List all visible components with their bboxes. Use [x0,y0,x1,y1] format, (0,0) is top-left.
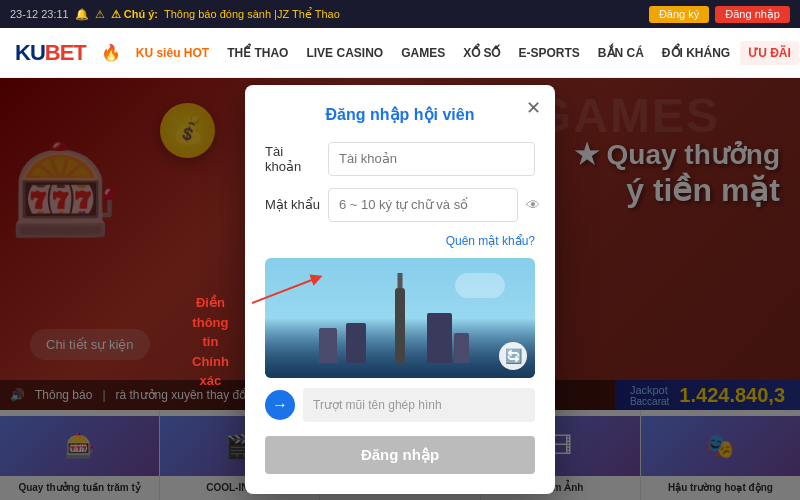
nav-items: KU siêu HOT THỂ THAO LIVE CASINO GAMES X… [128,41,800,65]
nav-item-games[interactable]: GAMES [393,41,453,65]
captcha-area: 🔄 [265,258,535,378]
slider-row[interactable]: → Trượt mũi tên ghép hình [265,388,535,422]
nav-bar: KUBET 🔥 KU siêu HOT THỂ THAO LIVE CASINO… [0,28,800,78]
password-label: Mật khẩu [265,197,320,212]
slider-track[interactable]: Trượt mũi tên ghép hình [303,388,535,422]
bell-icon: 🔔 [75,8,89,21]
modal-title: Đăng nhập hội viên [265,105,535,124]
building-2 [427,313,452,363]
tower-decoration [395,288,405,363]
warning-icon: ⚠ [95,8,105,21]
hero-section: 🎰 💰 ★ Quay thưởng ý tiền mặt 3D GAMES Ch… [0,78,800,500]
slider-arrow-button[interactable]: → [265,390,295,420]
captcha-refresh-button[interactable]: 🔄 [499,342,527,370]
captcha-image [265,258,535,378]
datetime-text: 23-12 23:11 [10,8,69,20]
nav-item-xo-so[interactable]: XỔ SỐ [455,41,508,65]
slider-label: Trượt mũi tên ghép hình [313,398,442,412]
notice-label: ⚠ Chú ý: [111,8,158,21]
nav-item-doi-khang[interactable]: ĐỔI KHÁNG [654,41,738,65]
top-bar: 23-12 23:11 🔔 ⚠ ⚠ Chú ý: Thông báo đóng … [0,0,800,28]
top-bar-left: 23-12 23:11 🔔 ⚠ ⚠ Chú ý: Thông báo đóng … [10,8,340,21]
fire-icon: 🔥 [101,43,121,62]
login-button[interactable]: Đăng nhập [715,6,790,23]
password-row: Mật khẩu 👁 [265,188,535,222]
nav-item-the-thao[interactable]: THỂ THAO [219,41,296,65]
building-4 [319,328,337,363]
username-label: Tài khoản [265,144,320,174]
modal-close-button[interactable]: ✕ [526,97,541,119]
building-3 [454,333,469,363]
login-modal: Đăng nhập hội viên ✕ Tài khoản Mật khẩu … [245,85,555,494]
username-input[interactable] [328,142,535,176]
annotation: ĐiềnthôngtinChínhxác [192,293,229,391]
building-1 [346,323,366,363]
nav-item-esports[interactable]: E-SPORTS [511,41,588,65]
nav-item-ban-ca[interactable]: BẮN CÁ [590,41,652,65]
cloud-decoration [455,273,505,298]
username-row: Tài khoản [265,142,535,176]
submit-login-button[interactable]: Đăng nhập [265,436,535,474]
top-bar-right[interactable]: Đăng ký Đăng nhập [649,6,790,23]
modal-overlay: ĐiềnthôngtinChínhxác Đăng nhập hội viên … [0,78,800,500]
nav-item-live-casino[interactable]: LIVE CASINO [298,41,391,65]
tower-top [398,273,403,288]
nav-item-hot[interactable]: KU siêu HOT [128,41,217,65]
nav-item-uu-dai[interactable]: ƯU ĐÃI [740,41,799,65]
eye-icon[interactable]: 👁 [526,197,540,213]
register-button[interactable]: Đăng ký [649,6,709,23]
forgot-password-link[interactable]: Quên mật khẩu? [265,234,535,248]
password-input[interactable] [328,188,518,222]
logo[interactable]: KUBET [15,40,86,66]
annotation-text: ĐiềnthôngtinChínhxác [192,293,229,391]
notice-text: Thông báo đóng sành |JZ Thể Thao [164,8,340,21]
